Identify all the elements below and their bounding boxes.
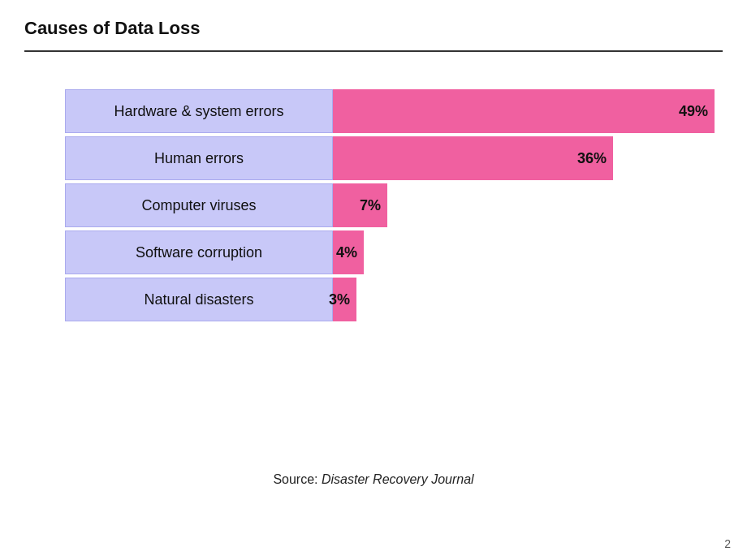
bar-fill: 4%	[333, 230, 364, 274]
bar-fill: 49%	[333, 89, 715, 133]
bar-value-container: 3%	[333, 278, 356, 321]
bar-label: Hardware & system errors	[65, 89, 333, 133]
bar-label: Human errors	[65, 136, 333, 180]
bar-fill: 3%	[333, 278, 356, 321]
bar-label: Software corruption	[65, 230, 333, 274]
bar-label: Natural disasters	[65, 278, 333, 321]
bar-label: Computer viruses	[65, 183, 333, 227]
bar-fill: 36%	[333, 136, 613, 180]
bar-pct-label: 7%	[360, 197, 381, 214]
source-citation: Source: Disaster Recovery Journal	[0, 472, 747, 487]
bar-value-container: 7%	[333, 183, 387, 227]
title-divider	[24, 50, 723, 52]
source-journal: Disaster Recovery Journal	[322, 472, 474, 486]
bar-row: Hardware & system errors49%	[65, 89, 698, 133]
bar-row: Software corruption4%	[65, 230, 698, 274]
bar-pct-label: 4%	[336, 244, 357, 261]
bar-row: Human errors36%	[65, 136, 698, 180]
bar-chart: Hardware & system errors49%Human errors3…	[65, 89, 698, 325]
source-prefix: Source:	[273, 472, 322, 486]
bar-pct-label: 36%	[577, 150, 607, 167]
bar-row: Computer viruses7%	[65, 183, 698, 227]
page-title: Causes of Data Loss	[24, 18, 200, 39]
bar-pct-label: 3%	[329, 291, 350, 308]
bar-value-container: 49%	[333, 89, 715, 133]
bar-fill: 7%	[333, 183, 387, 227]
page-number: 2	[724, 537, 731, 550]
bar-row: Natural disasters3%	[65, 278, 698, 321]
bar-value-container: 36%	[333, 136, 613, 180]
bar-value-container: 4%	[333, 230, 364, 274]
bar-pct-label: 49%	[679, 103, 708, 120]
